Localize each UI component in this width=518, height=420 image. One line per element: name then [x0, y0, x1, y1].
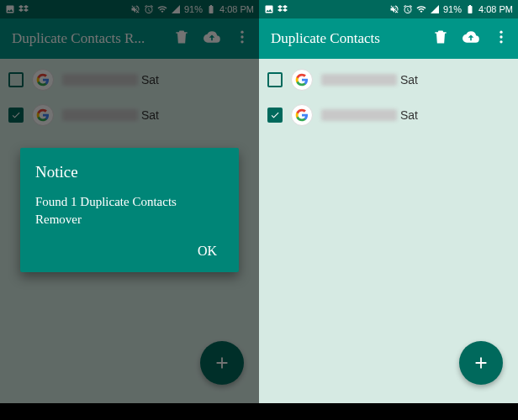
- alarm-icon: [403, 4, 413, 14]
- more-vert-icon: [493, 29, 510, 45]
- google-avatar: [291, 104, 313, 126]
- dialog-body: Found 1 Duplicate Contacts Remover: [35, 193, 224, 228]
- status-left-icons: [264, 4, 288, 14]
- notice-dialog: Notice Found 1 Duplicate Contacts Remove…: [20, 148, 239, 272]
- status-bar: 91% 4:08 PM: [259, 0, 518, 18]
- image-icon: [264, 4, 274, 14]
- checkbox-checked[interactable]: [267, 108, 283, 123]
- svg-point-3: [500, 31, 502, 34]
- contact-row[interactable]: Sat: [259, 62, 518, 97]
- dialog-ok-button[interactable]: OK: [191, 239, 224, 264]
- status-right-icons: 91% 4:08 PM: [389, 4, 513, 14]
- blurred-name: [321, 109, 397, 121]
- upload-button[interactable]: [462, 29, 479, 49]
- app-title: Duplicate Contacts: [271, 30, 424, 47]
- blurred-name: [321, 74, 397, 86]
- app-bar: Duplicate Contacts: [259, 18, 518, 59]
- cloud-upload-icon: [462, 29, 479, 45]
- contact-name: Sat: [321, 108, 418, 122]
- fab-add[interactable]: [459, 341, 503, 385]
- svg-point-4: [500, 35, 502, 38]
- checkbox-unchecked[interactable]: [267, 72, 283, 87]
- google-g-icon: [295, 108, 309, 122]
- battery-icon: [465, 4, 475, 14]
- trash-icon: [432, 29, 449, 45]
- screen-left: 91% 4:08 PM Duplicate Contacts R... Sat …: [0, 0, 259, 420]
- clock-text: 4:08 PM: [478, 4, 513, 14]
- wifi-icon: [416, 4, 426, 14]
- dropbox-icon: [278, 4, 288, 14]
- dialog-title: Notice: [35, 163, 224, 181]
- contact-row[interactable]: Sat: [259, 97, 518, 133]
- contact-list: Sat Sat: [259, 59, 518, 136]
- contact-name: Sat: [321, 73, 418, 87]
- check-icon: [270, 110, 280, 120]
- svg-point-5: [500, 40, 502, 43]
- google-avatar: [291, 69, 313, 91]
- more-button[interactable]: [493, 29, 510, 49]
- google-g-icon: [295, 73, 309, 87]
- soft-nav-bar: [259, 403, 518, 420]
- mute-icon: [389, 4, 399, 14]
- delete-button[interactable]: [432, 29, 449, 49]
- battery-text: 91%: [443, 4, 462, 14]
- screen-right: 91% 4:08 PM Duplicate Contacts Sat Sat: [259, 0, 518, 420]
- signal-icon: [430, 4, 440, 14]
- modal-overlay[interactable]: Notice Found 1 Duplicate Contacts Remove…: [0, 0, 259, 420]
- plus-icon: [472, 354, 490, 372]
